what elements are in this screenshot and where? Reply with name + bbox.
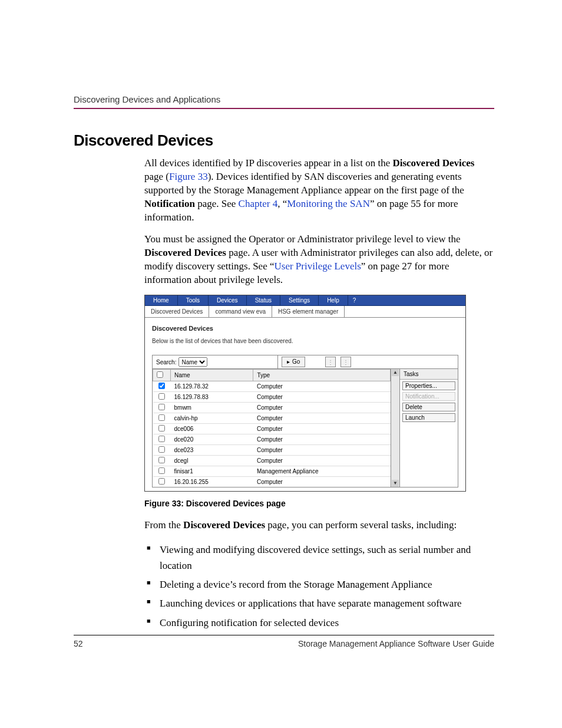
list-item: Deleting a device’s record from the Stor…	[160, 577, 494, 592]
row-checkbox[interactable]	[158, 478, 165, 485]
row-name: dcegl	[171, 456, 253, 466]
term-notification: Notification	[144, 198, 195, 209]
scroll-up-icon[interactable]: ▲	[392, 369, 399, 376]
table-row: bmwmComputer	[153, 403, 391, 413]
table-row: dce020Computer	[153, 434, 391, 445]
row-checkbox[interactable]	[158, 457, 165, 463]
search-bar: Search: Name ▸Go ⋮ ⋮	[152, 355, 458, 368]
select-all-checkbox[interactable]	[157, 371, 163, 378]
intro-paragraph-2: You must be assigned the Operator or Adm…	[144, 233, 494, 287]
tasks-panel: Tasks Properties...Notification...Delete…	[399, 369, 458, 487]
page-next-button[interactable]: ⋮	[340, 357, 351, 367]
menu-tools[interactable]: Tools	[178, 295, 209, 305]
term-discovered-devices: Discovered Devices	[392, 157, 474, 169]
row-type: Computer	[253, 403, 391, 413]
row-name: dce006	[171, 424, 253, 434]
row-checkbox[interactable]	[158, 383, 165, 389]
list-item: Configuring notification for selected de…	[160, 615, 494, 631]
text: You must be assigned the Operator or Adm…	[144, 233, 461, 245]
tasks-bullet-list: Viewing and modifying discovered device …	[144, 542, 494, 631]
footer-rule	[74, 635, 494, 635]
figure-caption: Figure 33: Discovered Devices page	[144, 499, 494, 508]
task-button-delete[interactable]: Delete	[402, 403, 455, 411]
search-field-select[interactable]: Name	[178, 357, 207, 367]
play-icon: ▸	[287, 358, 290, 366]
submenu-hsg-element-manager[interactable]: HSG element manager	[272, 306, 345, 317]
link-user-privilege-levels[interactable]: User Privilege Levels	[275, 261, 361, 272]
go-button[interactable]: ▸Go	[282, 357, 305, 367]
running-header: Discovering Devices and Applications	[74, 94, 494, 104]
search-label: Search:	[156, 359, 176, 365]
row-name: 16.20.16.255	[171, 477, 253, 487]
app-submenubar: Discovered Devices command view eva HSG …	[145, 306, 465, 318]
menu-status[interactable]: Status	[247, 295, 280, 305]
row-checkbox[interactable]	[158, 425, 165, 431]
text: , “	[277, 198, 287, 209]
table-row: 16.129.78.32Computer	[153, 381, 391, 392]
row-name: 16.129.78.32	[171, 381, 253, 392]
book-title: Storage Management Appliance Software Us…	[298, 639, 494, 648]
row-name: dce020	[171, 434, 253, 445]
menu-home[interactable]: Home	[145, 295, 178, 305]
table-row: dce006Computer	[153, 424, 391, 434]
page-number: 52	[74, 639, 83, 648]
page-prev-button[interactable]: ⋮	[325, 357, 336, 367]
row-checkbox[interactable]	[158, 467, 165, 474]
row-checkbox-cell	[153, 403, 171, 413]
row-checkbox-cell	[153, 413, 171, 424]
row-checkbox-cell	[153, 466, 171, 477]
menu-help-icon[interactable]: ?	[348, 295, 361, 305]
page-footer: 52 Storage Management Appliance Software…	[74, 635, 494, 648]
row-checkbox-cell	[153, 424, 171, 434]
menu-devices[interactable]: Devices	[209, 295, 247, 305]
column-type-header[interactable]: Type	[253, 370, 391, 381]
go-label: Go	[292, 358, 300, 366]
row-checkbox[interactable]	[158, 404, 165, 410]
column-name-header[interactable]: Name	[171, 370, 253, 381]
scroll-down-icon[interactable]: ▼	[392, 480, 399, 487]
intro-paragraph-1: All devices identified by IP discoveries…	[144, 157, 494, 225]
figure-screenshot: Home Tools Devices Status Settings Help …	[144, 295, 466, 492]
row-name: finisar1	[171, 466, 253, 477]
row-checkbox[interactable]	[158, 436, 165, 442]
menu-settings[interactable]: Settings	[280, 295, 319, 305]
submenu-discovered-devices[interactable]: Discovered Devices	[145, 306, 209, 317]
row-type: Computer	[253, 424, 391, 434]
row-type: Computer	[253, 434, 391, 445]
link-figure-33[interactable]: Figure 33	[169, 171, 208, 182]
table-row: finisar1Management Appliance	[153, 466, 391, 477]
row-checkbox[interactable]	[158, 446, 165, 453]
tasks-intro-paragraph: From the Discovered Devices page, you ca…	[144, 519, 494, 532]
row-checkbox[interactable]	[158, 393, 165, 400]
text: From the	[144, 519, 183, 531]
text: All devices identified by IP discoveries…	[144, 157, 392, 169]
row-type: Computer	[253, 477, 391, 487]
row-type: Computer	[253, 445, 391, 456]
link-chapter-4[interactable]: Chapter 4	[239, 198, 278, 209]
link-monitoring-san[interactable]: Monitoring the SAN	[287, 198, 370, 209]
row-checkbox[interactable]	[158, 414, 165, 421]
row-name: calvin-hp	[171, 413, 253, 424]
table-row: dceglComputer	[153, 456, 391, 466]
text: page. See	[195, 198, 239, 209]
vertical-scrollbar[interactable]: ▲ ▼	[391, 369, 399, 487]
row-checkbox-cell	[153, 477, 171, 487]
term-discovered-devices: Discovered Devices	[144, 247, 226, 258]
task-button-launch[interactable]: Launch	[402, 413, 455, 422]
row-checkbox-cell	[153, 381, 171, 392]
row-name: bmwm	[171, 403, 253, 413]
list-item: Viewing and modifying discovered device …	[160, 542, 494, 574]
table-row: 16.129.78.83Computer	[153, 392, 391, 403]
section-title: Discovered Devices	[74, 131, 494, 150]
row-name: dce023	[171, 445, 253, 456]
panel-description: Below is the list of devices that have b…	[152, 338, 458, 344]
task-button-properties[interactable]: Properties...	[402, 381, 455, 390]
submenu-command-view-eva[interactable]: command view eva	[209, 306, 272, 317]
row-type: Computer	[253, 456, 391, 466]
term-discovered-devices: Discovered Devices	[183, 519, 265, 531]
table-row: 16.20.16.255Computer	[153, 477, 391, 487]
tasks-header: Tasks	[400, 369, 458, 380]
menu-help[interactable]: Help	[319, 295, 348, 305]
table-row: calvin-hpComputer	[153, 413, 391, 424]
panel-title: Discovered Devices	[152, 325, 458, 332]
